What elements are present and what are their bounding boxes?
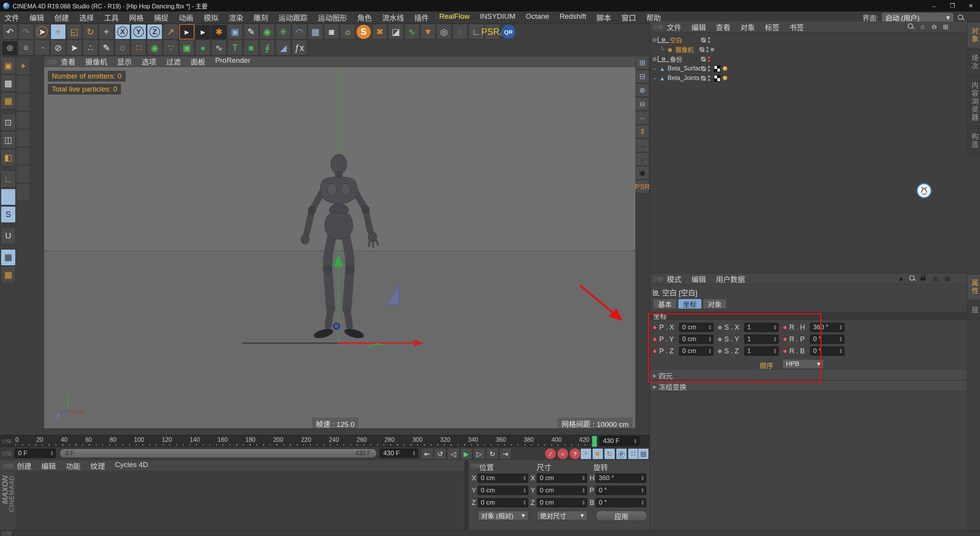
render-settings-icon[interactable]: ✱ xyxy=(211,24,227,39)
enable-snap-icon[interactable]: S xyxy=(1,206,16,223)
workplane-mode-icon[interactable]: ▦ xyxy=(1,93,16,109)
scale-tool-icon[interactable]: ◱ xyxy=(67,24,82,39)
position-mode-dropdown[interactable]: 对象 (相对)▾ xyxy=(478,511,528,520)
stepper-icon[interactable]: ▲▼ xyxy=(839,337,843,342)
item[interactable]: 运动跟踪 xyxy=(278,12,307,23)
layer-chip[interactable] xyxy=(701,37,706,43)
range-end-field[interactable]: 430 F▲▼ xyxy=(380,449,418,458)
cluster-icon[interactable]: ∵ xyxy=(163,40,178,56)
item[interactable]: 编辑 xyxy=(41,461,56,471)
item[interactable]: 模拟 xyxy=(204,12,218,23)
text-tool-icon[interactable]: T xyxy=(227,40,243,56)
px-field[interactable]: 0 cm▲▼ xyxy=(679,323,714,332)
py-field[interactable]: 0 cm▲▼ xyxy=(679,335,714,344)
viewport-solo-icon[interactable] xyxy=(1,188,16,205)
item[interactable]: 功能 xyxy=(66,461,80,471)
keyframe-dot[interactable] xyxy=(652,349,657,354)
item[interactable]: 对象 xyxy=(740,22,755,32)
item[interactable]: 雕刻 xyxy=(253,12,268,23)
range-slider[interactable]: 0 F 430 F xyxy=(60,449,377,458)
edges-mode-icon[interactable]: ◫ xyxy=(1,132,16,149)
stepper-icon[interactable]: ▲▼ xyxy=(773,325,777,330)
item[interactable]: 选项 xyxy=(142,56,156,67)
move-palette-icon[interactable]: + xyxy=(16,57,30,75)
magnet-snap-icon[interactable]: U xyxy=(1,227,16,244)
item[interactable]: 文件 xyxy=(5,12,19,23)
item[interactable]: 创建 xyxy=(17,461,31,471)
layer-chip[interactable] xyxy=(701,56,706,62)
keyframe-dot[interactable] xyxy=(782,325,787,330)
floor-icon[interactable]: ▦ xyxy=(308,24,323,39)
texture-tag-icon[interactable] xyxy=(714,75,720,82)
array-generator-icon[interactable]: ✳ xyxy=(276,24,291,39)
add-node-icon[interactable]: ⊕ xyxy=(635,83,649,97)
pointer-icon[interactable]: ▲ xyxy=(897,275,905,283)
record-pose-icon[interactable]: ◉ xyxy=(635,166,649,180)
keyframe-dot[interactable] xyxy=(652,325,657,330)
lock-y-axis-icon[interactable]: Y xyxy=(131,24,146,39)
light-icon[interactable]: ☼ xyxy=(340,24,355,39)
drag-grip[interactable] xyxy=(653,277,663,281)
item[interactable]: 标签 xyxy=(765,22,779,32)
object-row[interactable]: – ▲ Beta_Joints xyxy=(652,74,805,83)
current-frame-field[interactable]: 430 F▲▼ xyxy=(599,436,639,446)
keyframe-dot[interactable] xyxy=(652,337,657,342)
stepper-icon[interactable]: ▲▼ xyxy=(773,348,777,354)
quaternion-section[interactable]: ▸ 四元 xyxy=(650,371,967,380)
item[interactable]: 查看 xyxy=(716,22,730,32)
stepper-icon[interactable]: ▲▼ xyxy=(641,476,644,481)
item[interactable]: 文件 xyxy=(667,22,681,32)
collapse-all-icon[interactable]: ⊖ xyxy=(930,23,938,31)
camera-link-icon[interactable]: ⊕ xyxy=(710,46,715,52)
close-button[interactable]: ✕ xyxy=(962,0,980,11)
character-hierarchy-icon[interactable]: ⊞ xyxy=(635,56,649,69)
item[interactable]: 运动图形 xyxy=(318,12,347,23)
cube-primitive-icon[interactable]: ▣ xyxy=(227,24,243,39)
panel-divider[interactable] xyxy=(464,460,469,530)
weight-tag-icon[interactable] xyxy=(723,76,727,80)
bend-deformer-icon[interactable]: ◠ xyxy=(292,24,307,39)
size-z-field[interactable]: 0 cm▲▼ xyxy=(537,498,587,507)
autokeying-icon[interactable]: ○ xyxy=(557,448,568,459)
keyframe-selection-icon[interactable]: ▤ xyxy=(638,448,649,459)
pen-spline-icon[interactable]: ✎ xyxy=(243,24,259,39)
subdivision-surface-icon[interactable]: ◉ xyxy=(260,24,275,39)
points-mode-icon[interactable]: ⊡ xyxy=(1,114,16,131)
drag-grip[interactable] xyxy=(2,439,11,444)
item[interactable]: 流水线 xyxy=(382,12,404,23)
render-view-icon[interactable]: ▸ xyxy=(179,24,194,39)
object-row[interactable]: – ▲ Beta_Surface xyxy=(652,64,805,73)
planar-workplane-icon[interactable]: ▦ xyxy=(1,266,16,283)
size-mode-dropdown[interactable]: 绝对尺寸▾ xyxy=(537,511,587,520)
rot-p-field[interactable]: 0 °▲▼ xyxy=(596,486,646,495)
snap-points-icon[interactable]: ⊘ xyxy=(51,40,66,56)
playhead[interactable] xyxy=(592,436,597,447)
item[interactable]: 插件 xyxy=(414,12,429,23)
visibility-dots[interactable] xyxy=(706,47,709,52)
small-cube-icon[interactable]: ■ xyxy=(243,40,259,56)
character-model[interactable] xyxy=(289,153,389,346)
figure-tool-icon[interactable]: ◔ xyxy=(34,40,50,56)
grid-array-icon[interactable]: ∷ xyxy=(131,40,146,56)
item[interactable]: 查看 xyxy=(61,56,75,67)
play-button[interactable]: ▶ xyxy=(460,448,472,459)
enable-axis-icon[interactable]: ∟ xyxy=(1,171,16,188)
shift-down-icon[interactable]: ↓ xyxy=(635,152,649,166)
fx-rig-icon[interactable]: ƒx xyxy=(292,40,307,56)
x-axis-arrow-icon[interactable] xyxy=(414,340,424,346)
stepper-icon[interactable]: ▲▼ xyxy=(412,451,416,456)
kf-position-icon[interactable]: + xyxy=(580,448,591,459)
wire-sphere-icon[interactable]: ◎ xyxy=(436,24,452,39)
sweep-spline-icon[interactable]: ∮ xyxy=(260,40,275,56)
item[interactable]: 动画 xyxy=(179,12,193,23)
home-icon[interactable]: ⌂ xyxy=(918,23,927,31)
item[interactable]: 书签 xyxy=(789,22,804,32)
texture-tag-icon[interactable] xyxy=(714,65,720,72)
stepper-icon[interactable]: ▲▼ xyxy=(641,500,644,505)
edge-snap-icon[interactable]: ∴ xyxy=(83,40,98,56)
cache-icon[interactable]: ◪ xyxy=(388,24,403,39)
sy-field[interactable]: 1▲▼ xyxy=(744,335,779,344)
expand-icon[interactable]: ⊞ xyxy=(652,56,658,62)
previous-frame-icon[interactable]: ◁ xyxy=(447,448,459,459)
stepper-icon[interactable]: ▲▼ xyxy=(634,438,637,444)
